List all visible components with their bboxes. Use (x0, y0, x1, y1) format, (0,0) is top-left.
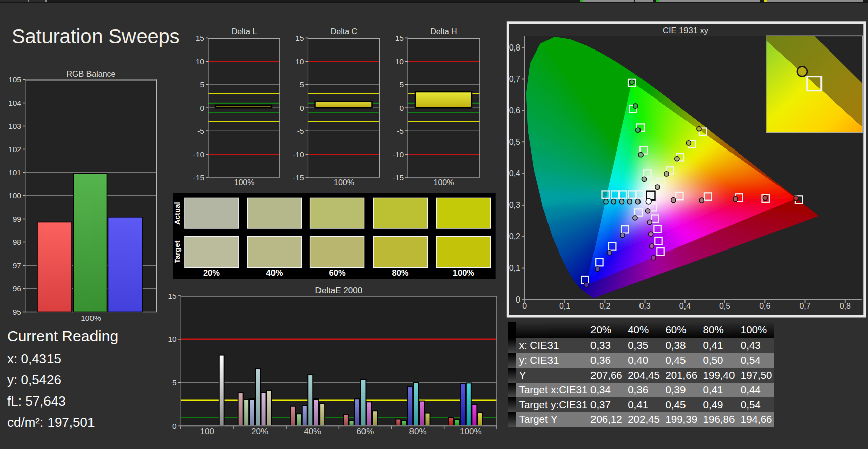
svg-text:-10: -10 (193, 150, 205, 159)
svg-text:95: 95 (13, 308, 21, 316)
svg-text:RGB Balance: RGB Balance (67, 70, 116, 78)
svg-text:0,5: 0,5 (719, 302, 730, 310)
svg-text:20%: 20% (251, 427, 268, 436)
svg-text:0,6: 0,6 (759, 302, 770, 310)
svg-text:60%: 60% (356, 427, 374, 436)
svg-text:5: 5 (172, 378, 177, 387)
svg-text:0,4: 0,4 (509, 169, 520, 178)
svg-text:-15: -15 (193, 173, 204, 182)
svg-text:10: 10 (196, 57, 205, 66)
svg-text:0,2: 0,2 (599, 302, 610, 310)
svg-text:Delta L: Delta L (232, 27, 257, 36)
svg-text:100: 100 (8, 191, 21, 200)
svg-text:100%: 100% (434, 178, 454, 187)
svg-text:0: 0 (522, 302, 527, 310)
svg-text:15: 15 (395, 34, 404, 42)
svg-text:0,2: 0,2 (509, 232, 520, 241)
svg-text:0,7: 0,7 (799, 302, 810, 310)
svg-text:60%: 60% (329, 268, 346, 277)
svg-text:-5: -5 (297, 127, 304, 135)
svg-text:0,1: 0,1 (509, 264, 520, 272)
svg-text:15: 15 (295, 34, 304, 42)
svg-text:80%: 80% (409, 427, 427, 436)
svg-text:0,8: 0,8 (840, 302, 851, 310)
svg-text:10: 10 (295, 57, 304, 66)
svg-text:102: 102 (8, 145, 21, 154)
svg-text:5: 5 (399, 80, 404, 89)
svg-text:-5: -5 (397, 127, 404, 135)
svg-text:100%: 100% (460, 427, 481, 436)
svg-text:0: 0 (172, 422, 177, 430)
svg-text:0: 0 (516, 295, 520, 304)
svg-text:0,1: 0,1 (559, 302, 570, 310)
svg-text:100: 100 (200, 427, 214, 436)
svg-text:99: 99 (13, 215, 21, 223)
svg-text:CIE 1931 xy: CIE 1931 xy (663, 26, 709, 35)
svg-text:0,6: 0,6 (509, 106, 520, 115)
svg-text:DeltaE 2000: DeltaE 2000 (315, 286, 363, 295)
svg-text:-5: -5 (197, 127, 204, 135)
svg-text:20%: 20% (203, 268, 220, 277)
svg-text:0: 0 (300, 104, 304, 112)
svg-text:100%: 100% (81, 314, 101, 322)
svg-text:100%: 100% (334, 178, 354, 187)
svg-text:104: 104 (8, 98, 21, 107)
svg-text:40%: 40% (304, 427, 321, 436)
svg-text:40%: 40% (266, 268, 283, 277)
svg-text:-10: -10 (293, 150, 304, 159)
svg-text:-15: -15 (393, 173, 404, 182)
svg-text:0,5: 0,5 (509, 138, 520, 146)
svg-text:-10: -10 (393, 150, 404, 159)
svg-text:100%: 100% (453, 268, 475, 277)
svg-text:103: 103 (8, 122, 21, 130)
svg-text:0,4: 0,4 (679, 302, 691, 310)
svg-text:80%: 80% (392, 268, 408, 277)
svg-text:Delta C: Delta C (331, 27, 357, 36)
svg-text:0,8: 0,8 (509, 43, 520, 52)
svg-text:96: 96 (13, 284, 21, 293)
svg-text:0,7: 0,7 (509, 75, 520, 83)
svg-text:100%: 100% (234, 178, 255, 187)
svg-text:105: 105 (8, 75, 21, 84)
svg-text:98: 98 (13, 238, 21, 246)
svg-text:Target: Target (173, 240, 181, 263)
svg-text:0: 0 (399, 104, 404, 112)
svg-text:97: 97 (13, 261, 21, 270)
svg-text:0,3: 0,3 (509, 201, 520, 209)
svg-text:101: 101 (8, 168, 21, 177)
svg-text:10: 10 (395, 57, 404, 66)
svg-text:0,3: 0,3 (639, 302, 650, 310)
svg-text:Actual: Actual (173, 202, 181, 225)
svg-text:0: 0 (200, 104, 204, 112)
svg-text:-15: -15 (293, 173, 304, 182)
svg-text:5: 5 (300, 80, 304, 89)
svg-text:10: 10 (168, 335, 177, 343)
svg-text:5: 5 (200, 80, 204, 89)
svg-text:15: 15 (168, 292, 176, 301)
svg-text:Delta H: Delta H (430, 27, 457, 36)
svg-text:15: 15 (196, 34, 204, 42)
